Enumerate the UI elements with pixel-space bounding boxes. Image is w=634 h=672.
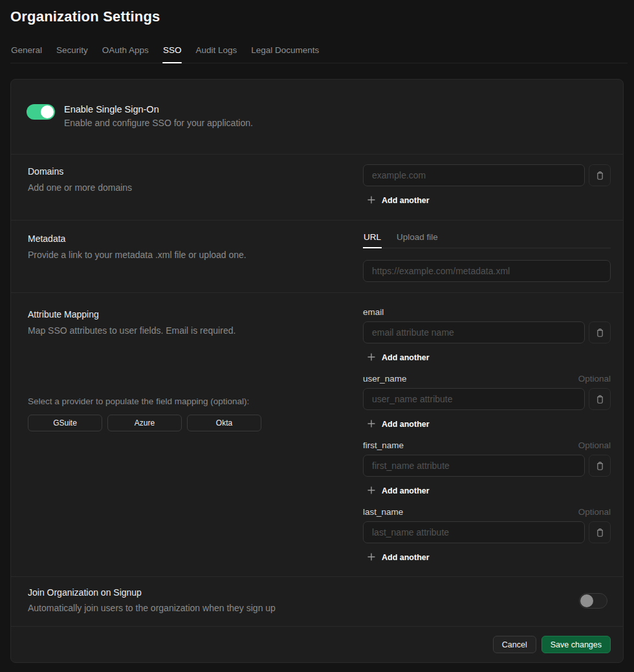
- toggle-knob: [580, 594, 593, 607]
- delete-domain-button[interactable]: [589, 164, 611, 186]
- plus-icon: [367, 486, 375, 494]
- optional-badge: Optional: [578, 507, 611, 517]
- section-attribute-mapping: Attribute Mapping Map SSO attributes to …: [11, 292, 623, 576]
- attribute-field-label: user_name: [363, 374, 407, 384]
- provider-buttons: GSuiteAzureOkta: [28, 415, 337, 431]
- provider-hint: Select a provider to populate the field …: [28, 396, 337, 406]
- metadata-url-input[interactable]: [363, 260, 611, 282]
- metadata-description: Provide a link to your metadata .xml fil…: [28, 248, 337, 261]
- tab-sso[interactable]: SSO: [162, 45, 182, 63]
- plus-icon: [367, 553, 375, 561]
- attribute-fields: email Add another user_name Optional: [363, 307, 611, 563]
- trash-icon: [596, 395, 604, 404]
- add-another-button[interactable]: Add another: [363, 352, 430, 363]
- trash-icon: [596, 461, 604, 471]
- attribute-label-row: email: [363, 307, 611, 317]
- add-another-button[interactable]: Add another: [363, 418, 430, 430]
- delete-attribute-button[interactable]: [589, 388, 611, 410]
- metadata-tab-url[interactable]: URL: [363, 232, 382, 248]
- attribute-mapping-description: Map SSO attributes to user fields. Email…: [28, 324, 337, 337]
- provider-button-gsuite[interactable]: GSuite: [28, 415, 102, 431]
- domains-description: Add one or more domains: [28, 181, 337, 194]
- tab-audit-logs[interactable]: Audit Logs: [195, 45, 237, 63]
- optional-badge: Optional: [578, 440, 611, 450]
- delete-attribute-button[interactable]: [589, 455, 611, 477]
- attribute-field-label: last_name: [363, 507, 403, 517]
- page-title: Organization Settings: [10, 8, 624, 25]
- toggle-knob: [41, 105, 54, 118]
- add-another-button[interactable]: Add another: [363, 552, 430, 563]
- metadata-tab-bar: URLUpload file: [363, 232, 611, 248]
- attribute-label-row: user_name Optional: [363, 374, 611, 384]
- attribute-label-row: first_name Optional: [363, 440, 611, 450]
- join-signup-title: Join Organization on Signup: [28, 587, 276, 598]
- attribute-field-group: last_name Optional Add another: [363, 507, 611, 563]
- save-changes-button[interactable]: Save changes: [541, 636, 611, 653]
- cancel-button[interactable]: Cancel: [493, 636, 536, 653]
- section-metadata: Metadata Provide a link to your metadata…: [11, 220, 623, 292]
- plus-icon: [367, 196, 375, 204]
- attribute-field-label: email: [363, 307, 384, 317]
- add-domain-button[interactable]: Add another: [363, 195, 430, 206]
- attribute-field-group: email Add another: [363, 307, 611, 363]
- attribute-input-last-name[interactable]: [363, 521, 585, 543]
- enable-sso-title: Enable Single Sign-On: [64, 104, 253, 114]
- section-enable-sso: Enable Single Sign-On Enable and configu…: [11, 80, 623, 154]
- attribute-field-group: user_name Optional Add another: [363, 374, 611, 430]
- domains-title: Domains: [28, 166, 337, 177]
- sso-settings-panel: Enable Single Sign-On Enable and configu…: [10, 79, 624, 663]
- domain-input[interactable]: [363, 164, 585, 186]
- tab-general[interactable]: General: [10, 45, 43, 63]
- attribute-input-user-name[interactable]: [363, 388, 585, 410]
- join-signup-toggle[interactable]: [579, 593, 607, 609]
- provider-button-azure[interactable]: Azure: [107, 415, 182, 431]
- panel-footer: Cancel Save changes: [11, 626, 623, 662]
- optional-badge: Optional: [578, 374, 611, 384]
- tab-legal-documents[interactable]: Legal Documents: [250, 45, 320, 63]
- attribute-mapping-title: Attribute Mapping: [28, 309, 337, 320]
- tab-oauth-apps[interactable]: OAuth Apps: [102, 45, 149, 63]
- attribute-input-email[interactable]: [363, 321, 585, 343]
- tab-bar: GeneralSecurityOAuth AppsSSOAudit LogsLe…: [10, 45, 628, 63]
- trash-icon: [596, 528, 604, 537]
- tab-security[interactable]: Security: [56, 45, 89, 63]
- metadata-tab-upload-file[interactable]: Upload file: [396, 232, 439, 248]
- metadata-title: Metadata: [28, 233, 337, 244]
- section-join-signup: Join Organization on Signup Automaticall…: [11, 576, 623, 626]
- section-domains: Domains Add one or more domains Add anot…: [11, 154, 623, 220]
- provider-button-okta[interactable]: Okta: [187, 415, 261, 431]
- join-signup-description: Automatically join users to the organiza…: [28, 602, 276, 614]
- plus-icon: [367, 420, 375, 428]
- delete-attribute-button[interactable]: [589, 521, 611, 543]
- attribute-label-row: last_name Optional: [363, 507, 611, 517]
- page-header: Organization Settings: [0, 0, 634, 25]
- trash-icon: [596, 328, 604, 338]
- attribute-field-label: first_name: [363, 440, 404, 450]
- attribute-field-group: first_name Optional Add another: [363, 440, 611, 497]
- enable-sso-description: Enable and configure SSO for your applic…: [64, 118, 253, 128]
- attribute-input-first-name[interactable]: [363, 455, 585, 477]
- add-another-button[interactable]: Add another: [363, 485, 430, 497]
- plus-icon: [367, 353, 375, 361]
- sso-enabled-toggle[interactable]: [27, 104, 55, 120]
- delete-attribute-button[interactable]: [589, 321, 611, 343]
- trash-icon: [596, 171, 604, 180]
